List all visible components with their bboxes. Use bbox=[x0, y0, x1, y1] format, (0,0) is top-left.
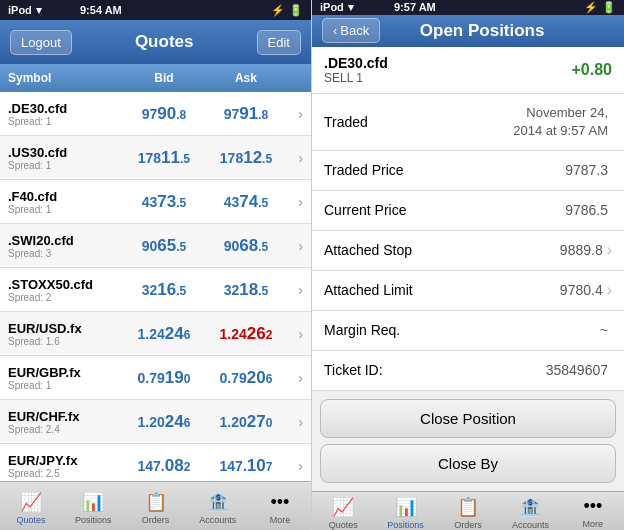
tab-icon: 📋 bbox=[457, 496, 479, 518]
right-device-name: iPod bbox=[320, 1, 344, 13]
quote-symbol-1: .US30.cfd Spread: 1 bbox=[8, 145, 123, 171]
detail-row-6: Ticket ID: 35849607 bbox=[312, 351, 624, 391]
quote-symbol-4: .STOXX50.cfd Spread: 2 bbox=[8, 277, 123, 303]
edit-button[interactable]: Edit bbox=[257, 30, 301, 55]
detail-label-5: Margin Req. bbox=[324, 322, 600, 338]
quote-ask-7: 1.20270 bbox=[205, 412, 287, 432]
quote-arrow-icon: › bbox=[287, 194, 303, 210]
quote-arrow-icon: › bbox=[287, 282, 303, 298]
quote-arrow-icon: › bbox=[287, 414, 303, 430]
action-btn-0[interactable]: Close Position bbox=[320, 399, 616, 438]
left-tab-quotes[interactable]: 📈 Quotes bbox=[0, 487, 62, 525]
quote-bid-8: 147.082 bbox=[123, 456, 205, 476]
quote-arrow-icon: › bbox=[287, 150, 303, 166]
quote-row[interactable]: .DE30.cfd Spread: 1 9790.8 9791.8 › bbox=[0, 92, 311, 136]
detail-value-1: 9787.3 bbox=[565, 162, 608, 178]
left-device-name: iPod bbox=[8, 4, 32, 16]
symbol-col-header: Symbol bbox=[8, 71, 123, 85]
detail-label-3: Attached Stop bbox=[324, 242, 560, 258]
bid-col-header: Bid bbox=[123, 71, 205, 85]
detail-value-3: 9889.8 bbox=[560, 242, 603, 258]
detail-row-5: Margin Req. ~ bbox=[312, 311, 624, 351]
quote-symbol-8: EUR/JPY.fx Spread: 2.5 bbox=[8, 453, 123, 479]
quote-row[interactable]: .F40.cfd Spread: 1 4373.5 4374.5 › bbox=[0, 180, 311, 224]
quote-bid-0: 9790.8 bbox=[123, 104, 205, 124]
detail-label-2: Current Price bbox=[324, 202, 565, 218]
left-bluetooth-icon: ⚡ bbox=[271, 4, 285, 17]
quote-ask-3: 9068.5 bbox=[205, 236, 287, 256]
quote-row[interactable]: EUR/GBP.fx Spread: 1 0.79190 0.79206 › bbox=[0, 356, 311, 400]
detail-value-4: 9780.4 bbox=[560, 282, 603, 298]
quote-row[interactable]: .STOXX50.cfd Spread: 2 3216.5 3218.5 › bbox=[0, 268, 311, 312]
quote-arrow-icon: › bbox=[287, 326, 303, 342]
position-direction: SELL 1 bbox=[324, 71, 388, 85]
right-status-bar: iPod ▾ 9:57 AM ⚡ 🔋 bbox=[312, 0, 624, 15]
quotes-panel: iPod ▾ 9:54 AM ⚡ 🔋 Logout Quotes Edit Sy… bbox=[0, 0, 312, 530]
tab-icon: 📊 bbox=[395, 496, 417, 518]
position-change: +0.80 bbox=[572, 61, 612, 79]
tab-icon: 📊 bbox=[82, 491, 104, 513]
quote-symbol-2: .F40.cfd Spread: 1 bbox=[8, 189, 123, 215]
left-tab-more[interactable]: ••• More bbox=[249, 488, 311, 525]
detail-value-0: November 24,2014 at 9:57 AM bbox=[513, 104, 608, 140]
quote-ask-8: 147.107 bbox=[205, 456, 287, 476]
quote-symbol-0: .DE30.cfd Spread: 1 bbox=[8, 101, 123, 127]
quote-ask-4: 3218.5 bbox=[205, 280, 287, 300]
detail-row-4[interactable]: Attached Limit 9780.4 › bbox=[312, 271, 624, 311]
right-tab-more[interactable]: ••• More bbox=[562, 492, 624, 529]
right-tab-positions[interactable]: 📊 Positions bbox=[374, 492, 436, 530]
quote-row[interactable]: .US30.cfd Spread: 1 17811.5 17812.5 › bbox=[0, 136, 311, 180]
left-tab-bar: 📈 Quotes 📊 Positions 📋 Orders 🏦 Accounts… bbox=[0, 481, 311, 530]
quote-row[interactable]: EUR/JPY.fx Spread: 2.5 147.082 147.107 › bbox=[0, 444, 311, 481]
left-tab-accounts[interactable]: 🏦 Accounts bbox=[187, 487, 249, 525]
quote-bid-2: 4373.5 bbox=[123, 192, 205, 212]
quote-row[interactable]: EUR/USD.fx Spread: 1.6 1.24246 1.24262 › bbox=[0, 312, 311, 356]
quote-arrow-icon: › bbox=[287, 458, 303, 474]
quote-ask-0: 9791.8 bbox=[205, 104, 287, 124]
positions-panel: iPod ▾ 9:57 AM ⚡ 🔋 ‹ Back Open Positions… bbox=[312, 0, 624, 530]
quote-bid-7: 1.20246 bbox=[123, 412, 205, 432]
detail-label-4: Attached Limit bbox=[324, 282, 560, 298]
right-bluetooth-icon: ⚡ bbox=[584, 1, 598, 14]
detail-row-0: Traded November 24,2014 at 9:57 AM bbox=[312, 94, 624, 151]
detail-list: Traded November 24,2014 at 9:57 AM Trade… bbox=[312, 94, 624, 391]
quote-bid-3: 9065.5 bbox=[123, 236, 205, 256]
quote-symbol-6: EUR/GBP.fx Spread: 1 bbox=[8, 365, 123, 391]
left-tab-positions[interactable]: 📊 Positions bbox=[62, 487, 124, 525]
tab-icon: ••• bbox=[583, 496, 602, 517]
tab-icon: 🏦 bbox=[519, 496, 541, 518]
quote-symbol-7: EUR/CHF.fx Spread: 2.4 bbox=[8, 409, 123, 435]
action-buttons: Close PositionClose By bbox=[312, 391, 624, 491]
quote-row[interactable]: EUR/CHF.fx Spread: 2.4 1.20246 1.20270 › bbox=[0, 400, 311, 444]
ask-col-header: Ask bbox=[205, 71, 287, 85]
right-tab-quotes[interactable]: 📈 Quotes bbox=[312, 492, 374, 530]
quote-symbol-5: EUR/USD.fx Spread: 1.6 bbox=[8, 321, 123, 347]
back-button[interactable]: ‹ Back bbox=[322, 18, 380, 43]
quote-arrow-icon: › bbox=[287, 238, 303, 254]
logout-button[interactable]: Logout bbox=[10, 30, 72, 55]
left-wifi-icon: ▾ bbox=[36, 4, 42, 17]
quote-arrow-icon: › bbox=[287, 106, 303, 122]
tab-icon: ••• bbox=[270, 492, 289, 513]
detail-label-6: Ticket ID: bbox=[324, 362, 546, 378]
right-tab-orders[interactable]: 📋 Orders bbox=[437, 492, 499, 530]
tab-icon: 📋 bbox=[145, 491, 167, 513]
quote-bid-1: 17811.5 bbox=[123, 148, 205, 168]
detail-label-0: Traded bbox=[324, 114, 513, 130]
quotes-title: Quotes bbox=[135, 32, 194, 52]
detail-row-3[interactable]: Attached Stop 9889.8 › bbox=[312, 231, 624, 271]
position-symbol: .DE30.cfd bbox=[324, 55, 388, 71]
detail-row-2: Current Price 9786.5 bbox=[312, 191, 624, 231]
quote-row[interactable]: .SWI20.cfd Spread: 3 9065.5 9068.5 › bbox=[0, 224, 311, 268]
tab-icon: 📈 bbox=[332, 496, 354, 518]
left-tab-orders[interactable]: 📋 Orders bbox=[124, 487, 186, 525]
quote-symbol-3: .SWI20.cfd Spread: 3 bbox=[8, 233, 123, 259]
action-btn-1[interactable]: Close By bbox=[320, 444, 616, 483]
quote-ask-2: 4374.5 bbox=[205, 192, 287, 212]
right-tab-accounts[interactable]: 🏦 Accounts bbox=[499, 492, 561, 530]
detail-row-1: Traded Price 9787.3 bbox=[312, 151, 624, 191]
left-status-bar: iPod ▾ 9:54 AM ⚡ 🔋 bbox=[0, 0, 311, 20]
quote-bid-4: 3216.5 bbox=[123, 280, 205, 300]
tab-icon: 🏦 bbox=[207, 491, 229, 513]
quotes-list: .DE30.cfd Spread: 1 9790.8 9791.8 › .US3… bbox=[0, 92, 311, 481]
